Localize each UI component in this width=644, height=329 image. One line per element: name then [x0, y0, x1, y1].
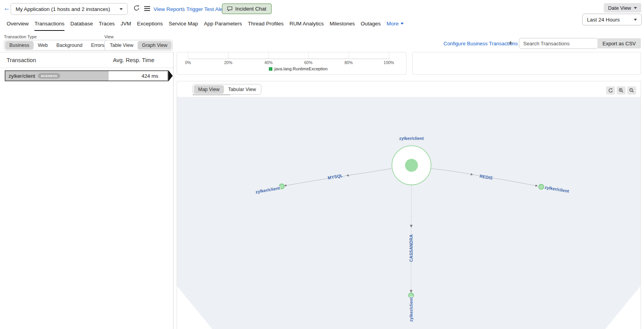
time-range-value: Last 24 Hours: [587, 17, 620, 23]
tab-traces[interactable]: Traces: [99, 21, 115, 30]
transaction-type-background[interactable]: Background: [52, 41, 87, 50]
tab-database[interactable]: Database: [70, 21, 93, 30]
trigger-test-alert-link[interactable]: Trigger Test Alert: [186, 6, 226, 12]
map-node-cassandra-label: zylker/client: [409, 297, 413, 322]
view-reports-link[interactable]: View Reports: [154, 6, 185, 12]
view-group: Table View Graph View: [104, 40, 173, 51]
empty-panel: [412, 52, 641, 75]
chevron-down-icon: [634, 7, 637, 9]
refresh-icon-glyph: [133, 5, 140, 11]
exception-chart-panel: 0% 20% 40% 60% 80% 100% java.lang.Runtim…: [177, 52, 406, 75]
zoom-in-button[interactable]: [617, 86, 626, 95]
map-node-redis[interactable]: [539, 184, 544, 190]
column-transaction: Transaction: [7, 57, 36, 63]
refresh-icon[interactable]: [133, 5, 140, 13]
tick-label: 100%: [384, 60, 394, 65]
application-selector[interactable]: My Application (1 hosts and 2 instances): [11, 3, 128, 15]
date-view-button[interactable]: Date View: [604, 3, 641, 13]
gridline: [389, 52, 389, 59]
refresh-icon: [608, 88, 613, 93]
legend-swatch: [269, 67, 272, 71]
tab-exceptions[interactable]: Exceptions: [137, 21, 163, 30]
service-map-panel: Map View Tabular View: [177, 81, 641, 329]
chat-icon: [227, 6, 233, 11]
map-node-mysql[interactable]: [279, 184, 284, 189]
tick-label: 40%: [264, 60, 272, 65]
map-view-tab[interactable]: Map View: [194, 85, 224, 94]
avg-resp-time-value: 424 ms: [141, 73, 158, 79]
transaction-type-label: Transaction Type: [4, 34, 37, 39]
separator: |: [182, 6, 184, 12]
tab-underbar: [193, 94, 230, 95]
tab-overview[interactable]: Overview: [7, 21, 29, 30]
chevron-down-icon: [634, 19, 637, 21]
tick-label: 60%: [304, 60, 312, 65]
x-axis: [188, 59, 389, 59]
map-refresh-button[interactable]: [606, 86, 615, 95]
application-selector-value: My Application (1 hosts and 2 instances): [16, 6, 110, 12]
tab-jvm[interactable]: JVM: [121, 21, 131, 30]
transaction-type-badge: BUSINESS: [38, 73, 61, 79]
table-header: Transaction Avg. Resp. Time: [0, 52, 173, 68]
zoom-in-icon: [619, 88, 624, 93]
tab-more-label: More: [386, 21, 399, 27]
zoom-out-button[interactable]: [627, 86, 636, 95]
legend-label: java.lang.RuntimeException: [274, 66, 327, 71]
gridline: [308, 52, 309, 59]
chart-legend: java.lang.RuntimeException: [269, 66, 327, 71]
tab-transactions[interactable]: Transactions: [34, 21, 64, 31]
transaction-name: zylker/client: [9, 73, 35, 79]
gridline: [349, 52, 349, 59]
tab-service-map[interactable]: Service Map: [169, 21, 198, 30]
tick-label: 20%: [224, 60, 232, 65]
incident-chat-label: Incident Chat: [235, 6, 267, 12]
apm-transactions-page: ← My Application (1 hosts and 2 instance…: [0, 0, 644, 329]
edge-label-redis: REDIS: [479, 173, 493, 180]
service-map-canvas[interactable]: MYSQL REDIS CASSANDRA zylker/client zylk…: [177, 97, 640, 329]
transaction-type-business[interactable]: Business: [5, 41, 34, 50]
tab-outages[interactable]: Outages: [361, 21, 381, 30]
map-view-group: Map View Tabular View: [193, 84, 261, 95]
tabular-view-tab[interactable]: Tabular View: [224, 85, 260, 94]
tick-label: 80%: [344, 60, 352, 65]
view-table-view[interactable]: Table View: [106, 41, 138, 50]
map-node-mysql-label: zylker/client: [255, 186, 280, 194]
avg-resp-time-cell: 424 ms: [109, 71, 168, 80]
map-controls: [606, 86, 636, 95]
table-row[interactable]: zylker/client BUSINESS 424 ms: [5, 70, 168, 81]
menu-icon[interactable]: [144, 6, 150, 12]
transaction-type-group: Business Web Background Errors: [4, 40, 110, 51]
view-graph-view[interactable]: Graph View: [138, 41, 172, 50]
selected-row-arrow-icon: [168, 70, 173, 81]
service-map-graph: MYSQL REDIS CASSANDRA zylker/client zylk…: [177, 97, 640, 329]
export-csv-button[interactable]: Export as CSV: [597, 38, 641, 48]
column-avg-resp-time: Avg. Resp. Time: [113, 57, 154, 63]
map-node-redis-label: zylker/client: [544, 185, 569, 193]
incident-chat-button[interactable]: Incident Chat: [222, 4, 272, 14]
tab-milestones[interactable]: Milestones: [330, 21, 355, 30]
gridline: [268, 52, 269, 59]
gridline: [228, 52, 229, 59]
time-range-selector[interactable]: Last 24 Hours: [582, 14, 642, 25]
tab-rum-analytics[interactable]: RUM Analytics: [290, 21, 324, 30]
add-icon[interactable]: +: [508, 39, 513, 47]
view-label: View: [104, 34, 114, 39]
chevron-down-icon: [120, 8, 123, 10]
transaction-type-web[interactable]: Web: [34, 41, 52, 50]
tab-app-parameters[interactable]: App Parameters: [204, 21, 242, 30]
gridline: [188, 52, 188, 59]
nav-tabs: Overview Transactions Database Traces JV…: [7, 21, 404, 31]
tab-thread-profiles[interactable]: Thread Profiles: [248, 21, 284, 30]
tick-label: 0%: [185, 60, 191, 65]
chevron-down-icon: [401, 23, 404, 25]
edge-label-cassandra: CASSANDRA: [409, 234, 413, 262]
configure-business-transactions-link[interactable]: Configure Business Transactions: [444, 41, 518, 46]
map-node-center-dot: [405, 159, 418, 172]
edge-mysql: [347, 168, 392, 176]
search-input[interactable]: [519, 38, 598, 49]
zoom-out-icon: [629, 88, 634, 93]
back-icon[interactable]: ←: [4, 4, 10, 12]
edge-cassandra: [411, 185, 411, 228]
map-node-center-label: zylker/client: [399, 136, 424, 141]
tab-more[interactable]: More: [386, 21, 404, 30]
